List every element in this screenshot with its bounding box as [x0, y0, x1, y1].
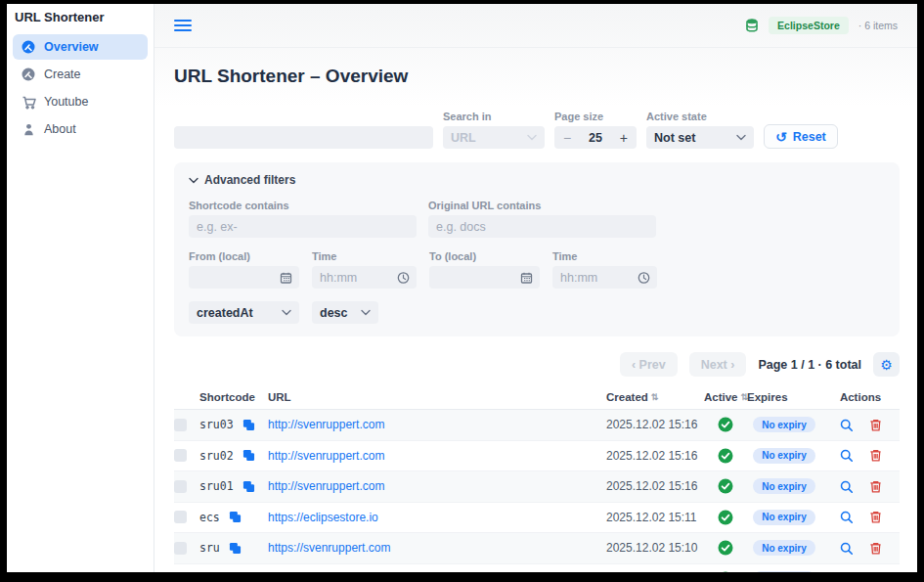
items-count: · 6 items — [858, 20, 898, 31]
row-checkbox[interactable] — [174, 449, 187, 462]
shortcode-contains-group: Shortcode contains — [189, 200, 417, 238]
sidebar-nav: Overview Create Youtube About — [7, 34, 154, 142]
header-active[interactable]: Active ⇅ — [704, 391, 747, 403]
active-check-icon — [704, 448, 747, 464]
copy-icon[interactable] — [229, 542, 242, 555]
increment-button[interactable]: + — [620, 131, 628, 145]
view-details-icon[interactable] — [840, 419, 853, 431]
table-header: Shortcode URL Created ⇅ Active ⇅ Expires… — [174, 385, 900, 410]
active-check-icon — [704, 571, 747, 572]
created-value: 2025.12.02 15:10 — [606, 541, 704, 555]
delete-icon[interactable] — [869, 419, 882, 431]
expires-badge: No expiry — [753, 448, 815, 464]
sidebar-item-about[interactable]: About — [13, 116, 148, 142]
header-expires: Expires — [747, 391, 821, 403]
created-value: 2025.12.02 15:16 — [606, 479, 704, 493]
links-table: Shortcode URL Created ⇅ Active ⇅ Expires… — [174, 385, 900, 572]
page-info: Page 1 / 1 · 6 total — [758, 358, 861, 372]
row-checkbox[interactable] — [174, 511, 187, 523]
header-url: URL — [268, 391, 606, 403]
sidebar-item-youtube[interactable]: Youtube — [13, 89, 148, 114]
delete-icon[interactable] — [869, 542, 882, 555]
page-size-label: Page size — [554, 111, 637, 122]
sidebar-item-overview[interactable]: Overview — [13, 34, 148, 60]
shortcode-value: sru02 — [199, 449, 234, 463]
active-state-group: Active state Not set — [646, 111, 754, 149]
navbar-right: EclipseStore · 6 items — [745, 17, 898, 34]
chevron-down-icon — [189, 177, 198, 184]
view-details-icon[interactable] — [840, 480, 853, 493]
reset-button[interactable]: ↺ Reset — [764, 124, 838, 149]
shortcode-contains-input[interactable] — [189, 215, 417, 238]
table-row: sru02 http://svenruppert.com 2025.12.02 … — [174, 441, 900, 472]
advanced-filters-toggle[interactable]: Advanced filters — [189, 173, 885, 187]
header-created[interactable]: Created ⇅ — [606, 391, 704, 403]
copy-icon[interactable] — [242, 480, 255, 493]
gear-icon[interactable]: ⚙ — [873, 352, 900, 377]
person-icon — [21, 121, 36, 137]
delete-icon[interactable] — [869, 480, 882, 493]
table-row: sru01 http://svenruppert.com 2025.12.02 … — [174, 471, 900, 503]
chevron-down-icon — [527, 134, 537, 141]
sort-direction-select[interactable]: desc — [312, 301, 378, 324]
sidebar-item-create[interactable]: Create — [13, 62, 148, 87]
decrement-button[interactable]: − — [563, 131, 571, 145]
from-time-group: Time — [312, 250, 417, 289]
clock-icon[interactable] — [397, 271, 410, 284]
search-in-select[interactable]: URL — [443, 126, 545, 149]
created-value: 2025.12.02 15:11 — [606, 511, 704, 524]
url-link[interactable]: http://svenruppert.com — [268, 449, 606, 463]
sidebar-item-label: Youtube — [44, 95, 88, 109]
created-value: 2025.12.02 15:16 — [606, 449, 704, 463]
copy-icon[interactable] — [242, 449, 255, 462]
contains-filters-row: Shortcode contains Original URL contains — [189, 200, 885, 238]
app-window: URL Shortener Overview Create Youtube Ab… — [7, 4, 917, 572]
cart-icon — [21, 94, 36, 110]
delete-icon[interactable] — [869, 449, 882, 462]
row-checkbox[interactable] — [174, 419, 187, 431]
url-link[interactable]: http://svenruppert.com — [268, 418, 606, 431]
calendar-icon[interactable] — [520, 271, 533, 284]
active-state-select[interactable]: Not set — [646, 126, 754, 149]
view-details-icon[interactable] — [840, 542, 853, 555]
expires-badge: No expiry — [753, 510, 815, 525]
url-link[interactable]: http://svenruppert.com — [268, 479, 606, 493]
to-time-group: Time — [552, 250, 657, 289]
chevron-down-icon — [361, 309, 371, 316]
page-size-stepper: − 25 + — [554, 126, 637, 149]
date-filters-row: From (local) Time To — [189, 250, 885, 289]
view-details-icon[interactable] — [840, 449, 853, 462]
clock-icon[interactable] — [638, 271, 650, 284]
page-title: URL Shortener – Overview — [174, 66, 900, 87]
table-row: vdn http://vaadin.com 2025.12.02 15:10 N… — [174, 564, 900, 573]
sort-field-select[interactable]: createdAt — [189, 301, 299, 324]
prev-page-button[interactable]: ‹ Prev — [620, 352, 678, 377]
sidebar-item-label: Create — [44, 67, 81, 81]
menu-toggle-icon[interactable] — [174, 20, 192, 32]
sort-icon: ⇅ — [651, 392, 659, 402]
row-checkbox[interactable] — [174, 480, 187, 493]
sidebar: URL Shortener Overview Create Youtube Ab… — [7, 4, 154, 572]
calendar-icon[interactable] — [280, 271, 292, 284]
page-size-group: Page size − 25 + — [554, 111, 637, 149]
url-link[interactable]: https://svenruppert.com — [268, 541, 606, 555]
delete-icon[interactable] — [869, 511, 882, 523]
search-input[interactable] — [174, 126, 433, 149]
chevron-down-icon — [282, 309, 291, 316]
view-details-icon[interactable] — [840, 511, 853, 523]
search-in-group: Search in URL — [443, 111, 545, 149]
url-link[interactable]: https://eclipsestore.io — [268, 511, 606, 524]
shortcode-value: sru — [199, 541, 220, 555]
next-page-button[interactable]: Next › — [689, 352, 747, 377]
pagination-bar: ‹ Prev Next › Page 1 / 1 · 6 total ⚙ — [174, 352, 900, 377]
copy-icon[interactable] — [229, 511, 242, 523]
row-checkbox[interactable] — [174, 542, 187, 555]
copy-icon[interactable] — [242, 419, 255, 431]
shortcode-value: sru03 — [199, 418, 234, 431]
content: URL Shortener – Overview Search in URL P… — [154, 48, 917, 572]
active-state-label: Active state — [646, 111, 754, 122]
sort-row: createdAt desc — [189, 301, 885, 324]
original-url-contains-input[interactable] — [428, 215, 656, 238]
table-body: sru03 http://svenruppert.com 2025.12.02 … — [174, 410, 900, 572]
expires-badge: No expiry — [753, 540, 815, 556]
